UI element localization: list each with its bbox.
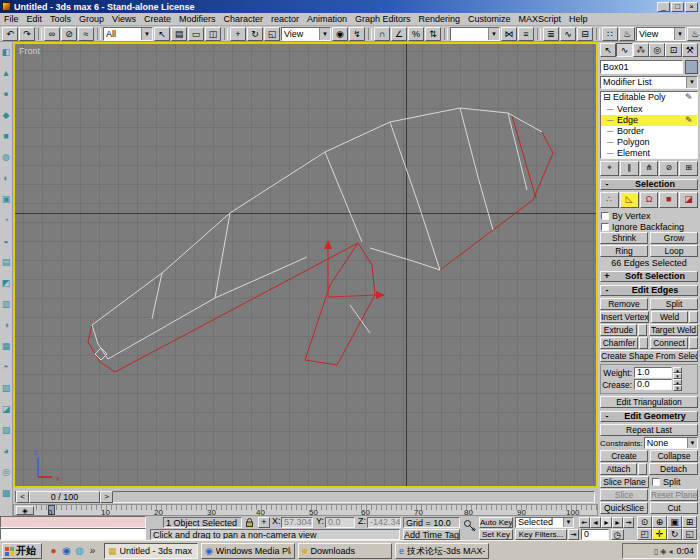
connect-settings-button[interactable] [689,337,698,349]
align-icon[interactable]: ≡ ▼ [518,27,534,41]
create-shape-button[interactable]: Create Shape From Selection [600,350,698,362]
region-zoom-icon[interactable]: ◰ [637,528,652,540]
tab-strip-icon[interactable]: ▤ [0,252,12,273]
selection-lock-icon[interactable] [245,517,256,528]
tab-strip-icon[interactable]: ▣ [0,189,12,210]
extrude-button[interactable]: Extrude [600,324,637,336]
unlink-selection-icon[interactable]: ⊘ ▼ [61,27,77,41]
tab-strip-icon[interactable]: ▦ [0,336,12,357]
menu-item[interactable]: Views [108,13,140,25]
time-slider-prev-button[interactable]: < [16,491,29,503]
menu-item[interactable]: Animation [303,13,351,25]
next-frame-button[interactable]: ► [612,517,623,528]
tab-strip-icon[interactable]: ◒ [0,231,12,252]
repeat-last-button[interactable]: Repeat Last [600,424,698,436]
tab-strip-icon[interactable]: ◪ [0,399,12,420]
add-time-tag-button[interactable]: Add Time Tag [403,529,460,540]
weight-spinner[interactable]: ▴▾ [673,367,682,379]
weld-button[interactable]: Weld [651,311,688,323]
render-scene-icon[interactable]: ♨ ▼ [619,27,635,41]
extrude-settings-button[interactable] [638,324,647,336]
play-button[interactable]: ► [601,517,612,528]
key-filters-button[interactable]: Key Filters... [515,529,567,540]
x-coordinate-field[interactable]: 57.304 [281,517,313,528]
tab-strip-icon[interactable]: ◑ [0,315,12,336]
split-button[interactable]: Split [650,298,698,310]
detach-button[interactable]: Detach [649,463,698,475]
tab-strip-icon[interactable]: ◆ [0,105,12,126]
modifier-stack[interactable]: ⊟ Editable Poly ✎ ─ Vertex ─ Edge ✎ ─ Bo… [600,91,698,159]
constraints-dropdown[interactable]: None ▼ [644,437,698,449]
taskbar-task-ie[interactable]: e 技术论坛-3ds MAX-是... [395,543,489,559]
time-slider-next-button[interactable]: > [100,491,113,503]
separator[interactable]: ▼ [596,28,600,40]
go-to-end-button[interactable]: ⇥ [623,517,634,528]
soft-selection-rollout-header[interactable]: + Soft Selection [600,271,698,282]
modifier-list-dropdown[interactable]: Modifier List ▼ [600,76,698,89]
collapse-icon[interactable]: ⊟ [603,92,611,104]
layer-manager-icon[interactable]: ≣ ▼ [543,27,559,41]
edit-triangulation-button[interactable]: Edit Triangulation [600,396,698,408]
tab-strip-icon[interactable]: ◓ [0,357,12,378]
menu-item[interactable]: Character [219,13,267,25]
quick-launch-icon-2[interactable]: ◉ [60,544,73,558]
element-subobject-icon[interactable]: ◪ [679,192,698,208]
tab-create-icon[interactable]: ↖ [600,43,616,57]
menu-item[interactable]: Help [565,13,592,25]
tray-icon-3[interactable]: ◂ [668,547,672,556]
menu-item[interactable]: Graph Editors [351,13,415,25]
stack-item-polygon[interactable]: ─ Polygon [601,137,697,148]
tab-strip-icon[interactable]: ▧ [0,378,12,399]
edit-geometry-rollout-header[interactable]: - Edit Geometry [600,411,698,422]
selection-filter-dropdown[interactable]: All ▼ [103,27,153,41]
pin-stack-icon[interactable]: ⌖ [600,161,619,176]
snap-toggle-icon[interactable]: ∩ ▼ [374,27,390,41]
track-bar[interactable]: ◈ 0102030405060708090100 [13,504,598,516]
grow-button[interactable]: Grow [650,232,698,244]
select-and-move-icon[interactable]: + ▼ [230,27,246,41]
select-object-icon[interactable]: ↖ ▼ [154,27,170,41]
maximize-button[interactable]: □ [671,2,684,12]
tab-strip-icon[interactable]: ▨ [0,420,12,441]
use-pivot-center-icon[interactable]: ◉ ▼ [332,27,348,41]
menu-item[interactable]: Create [140,13,175,25]
target-weld-button[interactable]: Target Weld [649,324,698,336]
time-configuration-icon[interactable]: ◷ [611,529,624,540]
slice-button[interactable]: Slice [600,489,648,501]
separator[interactable]: ▼ [444,28,448,40]
set-key-button[interactable]: Set Key [479,529,513,540]
curve-editor-icon[interactable]: ∿ ▼ [560,27,576,41]
taskbar-task-downloads[interactable]: ■ Downloads [298,543,392,559]
edge-subobject-icon[interactable]: ◺ [620,192,639,208]
percent-snap-icon[interactable]: % ▼ [408,27,424,41]
slice-plane-button[interactable]: Slice Plane [600,476,649,488]
stack-item-vertex[interactable]: ─ Vertex [601,104,697,115]
stack-item-border[interactable]: ─ Border [601,126,697,137]
chevron-down-icon[interactable]: ▼ [563,518,573,527]
y-coordinate-field[interactable]: 0.0 [325,517,355,528]
make-unique-icon[interactable]: ⋔ [640,161,659,176]
go-to-start-button[interactable]: ⇤ [579,517,590,528]
menu-item[interactable]: MAXScript [515,13,566,25]
menu-item[interactable]: Customize [464,13,515,25]
tab-strip-icon[interactable]: ◍ [0,147,12,168]
stack-item-element[interactable]: ─ Element [601,148,697,159]
time-slider-handle[interactable]: 0 / 100 [29,491,100,503]
tab-hierarchy-icon[interactable]: ⁂ [633,43,649,57]
min-max-toggle-icon[interactable]: ◱ [682,528,697,540]
crease-spinner[interactable]: ▴▾ [673,379,682,391]
front-viewport[interactable]: zx Front [13,42,598,488]
render-type-dropdown[interactable]: View ▼ [636,27,686,41]
chamfer-button[interactable]: Chamfer [600,337,638,349]
menu-item[interactable]: Tools [46,13,75,25]
tab-motion-icon[interactable]: ◎ [649,43,665,57]
edit-edges-rollout-header[interactable]: - Edit Edges [600,285,698,296]
spinner-snap-icon[interactable]: ⇅ ▼ [425,27,441,41]
camera-icon[interactable]: ▩ [0,483,12,504]
reference-coordinate-dropdown[interactable]: View ▼ [281,27,331,41]
stack-item-edge[interactable]: ─ Edge ✎ [601,115,697,126]
shrink-button[interactable]: Shrink [600,232,648,244]
chevron-down-icon[interactable]: ▼ [319,28,330,40]
polygon-subobject-icon[interactable]: ■ [659,192,678,208]
by-vertex-checkbox[interactable] [601,212,609,220]
